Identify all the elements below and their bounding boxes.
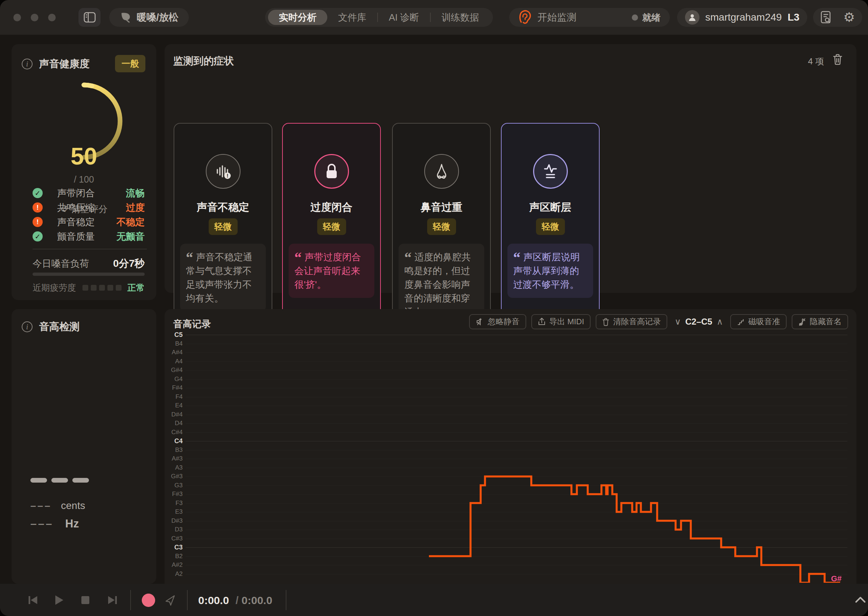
chevron-down-icon[interactable]: ∨ <box>675 317 681 327</box>
stop-button[interactable] <box>80 595 90 605</box>
clear-pitch-record-button[interactable]: 清除音高记录 <box>596 314 667 329</box>
severity-badge: 轻微 <box>536 218 565 235</box>
severity-badge: 轻微 <box>209 218 237 235</box>
window-zoom-button[interactable] <box>48 14 56 21</box>
tab-realtime-analysis[interactable]: 实时分析 <box>268 10 327 25</box>
fatigue-block <box>82 285 88 291</box>
voice-load-value: 0分7秒 <box>113 257 145 270</box>
metric-row: ! 共鸣压缩 过度 <box>33 200 145 215</box>
stairs-icon <box>737 318 745 326</box>
chart-note-axis: C5B4A#4A4G#4G4F#4F4E4D#4D4C#4C4B3A#3A3G#… <box>165 309 184 584</box>
note-label-G#4: G#4 <box>165 366 182 374</box>
fatigue-blocks <box>82 285 121 291</box>
detected-note-placeholder <box>30 478 89 484</box>
fatigue-row: 近期疲劳度 正常 <box>33 282 145 294</box>
export-midi-button[interactable]: 导出 MIDI <box>531 314 591 329</box>
mute-icon <box>476 317 484 326</box>
gear-icon[interactable]: ⚙ <box>843 11 855 24</box>
snap-pitch-button[interactable]: 磁吸音准 <box>730 314 787 329</box>
user-level-badge: L3 <box>788 11 800 23</box>
main-tabs: 实时分析 文件库 AI 诊断 训练数据 <box>265 8 493 27</box>
play-button[interactable] <box>53 594 64 606</box>
health-panel-title: 声音健康度 <box>39 57 90 71</box>
lock-icon <box>314 154 349 189</box>
hide-note-icon <box>798 317 806 326</box>
pitch-record-toolbar: 忽略静音 导出 MIDI 清除音高记录 ∨ C2–C5 ∧ <box>469 314 848 329</box>
symptom-quote: “声区断层说明声带从厚到薄的过渡不够平滑。 <box>508 244 593 298</box>
monitor-pill: 开始监测 就绪 <box>509 8 670 27</box>
alert-circle-icon: ! <box>33 217 42 227</box>
skip-forward-button[interactable] <box>107 594 118 606</box>
app-mode-pill[interactable]: 暖嗓/放松 <box>109 8 189 27</box>
pitch-detect-title: 音高检测 <box>39 320 80 334</box>
quote-mark: “ <box>294 250 302 266</box>
info-icon[interactable]: i <box>22 321 33 332</box>
note-label-B4: B4 <box>165 340 182 347</box>
note-label-D3: D3 <box>165 526 182 533</box>
trash-icon <box>602 318 609 326</box>
window-close-button[interactable] <box>13 14 21 21</box>
symptom-card-register-break[interactable]: 声区断层 轻微 “声区断层说明声带从厚到薄的过渡不够平滑。 <box>501 123 600 328</box>
divider <box>33 249 147 250</box>
symptom-quote: “声带过度闭合会让声音听起来很'挤'。 <box>289 244 374 298</box>
transport-bar: 0:00.0 / 0:00.0 <box>0 584 868 616</box>
metric-row: ✓ 声带闭合 流畅 <box>33 186 145 200</box>
hz-readout: ––– Hz <box>30 517 79 530</box>
ear-icon <box>519 10 531 25</box>
waveform-alert-icon: ! <box>206 154 241 189</box>
symptom-card-over-closure[interactable]: 过度闭合 轻微 “声带过度闭合会让声音听起来很'挤'。 <box>282 123 381 328</box>
symptom-card-nasal-voice[interactable]: 鼻音过重 轻微 “适度的鼻腔共鸣是好的，但过度鼻音会影响声音的清晰度和穿透力。 <box>392 123 491 328</box>
collapse-chevron-up-icon[interactable] <box>854 596 866 604</box>
window-minimize-button[interactable] <box>31 14 38 21</box>
note-label-F3: F3 <box>165 500 182 507</box>
note-label-D#4: D#4 <box>165 411 182 418</box>
fatigue-block <box>116 285 121 291</box>
ignore-silence-button[interactable]: 忽略静音 <box>469 314 526 329</box>
note-label-E3: E3 <box>165 508 182 515</box>
user-pill[interactable]: smartgraham249 L3 <box>677 8 807 27</box>
hide-note-names-button[interactable]: 隐藏音名 <box>792 314 848 329</box>
range-selector: ∨ C2–C5 ∧ <box>672 317 725 327</box>
export-icon <box>538 317 546 326</box>
symptom-card-unstable-voice[interactable]: ! 声音不稳定 轻微 “声音不稳定通常与气息支撑不足或声带张力不均有关。 <box>174 123 272 328</box>
quote-mark: “ <box>513 250 520 266</box>
metric-row: ! 声音稳定 不稳定 <box>33 215 145 229</box>
app-mode-label: 暖嗓/放松 <box>137 11 179 24</box>
chevron-up-icon[interactable]: ∧ <box>717 317 723 327</box>
info-icon[interactable]: i <box>22 58 33 69</box>
range-label: C2–C5 <box>686 317 712 327</box>
record-button[interactable] <box>142 594 155 607</box>
note-label-D4: D4 <box>165 420 182 427</box>
skip-back-button[interactable] <box>27 594 39 606</box>
tab-training-data[interactable]: 训练数据 <box>431 11 490 24</box>
sidebar-icon <box>83 12 96 23</box>
note-label-B2: B2 <box>165 553 182 560</box>
divider <box>286 590 286 610</box>
note-label-A4: A4 <box>165 358 182 365</box>
symptom-title: 声区断层 <box>502 200 599 215</box>
note-label-F#3: F#3 <box>165 490 182 498</box>
note-label-G4: G4 <box>165 376 182 383</box>
symptom-title: 声音不稳定 <box>175 200 272 215</box>
trash-icon[interactable] <box>833 53 843 65</box>
tab-file-library[interactable]: 文件库 <box>327 11 377 24</box>
note-label-E4: E4 <box>165 402 182 409</box>
status-dot <box>632 14 638 20</box>
send-arrow-icon[interactable] <box>164 594 176 607</box>
report-search-icon[interactable] <box>820 11 832 24</box>
nose-icon <box>424 154 459 189</box>
divider <box>130 590 131 610</box>
note-label-A3: A3 <box>165 464 182 471</box>
check-circle-icon: ✓ <box>33 188 42 198</box>
symptom-title: 过度闭合 <box>283 200 380 215</box>
note-label-C#3: C#3 <box>165 535 182 542</box>
start-monitor-button[interactable]: 开始监测 <box>538 11 577 24</box>
fatigue-block <box>99 285 105 291</box>
sidebar-toggle-button[interactable] <box>79 8 101 27</box>
top-bar: 暖嗓/放松 实时分析 文件库 AI 诊断 训练数据 开始监测 就绪 <box>0 0 868 35</box>
health-grade-badge: 一般 <box>115 55 145 72</box>
note-label-C3: C3 <box>165 544 182 551</box>
pitch-chart[interactable]: G# <box>186 335 848 583</box>
tab-ai-diagnosis[interactable]: AI 诊断 <box>378 11 430 24</box>
time-current: 0:00.0 <box>198 594 229 606</box>
